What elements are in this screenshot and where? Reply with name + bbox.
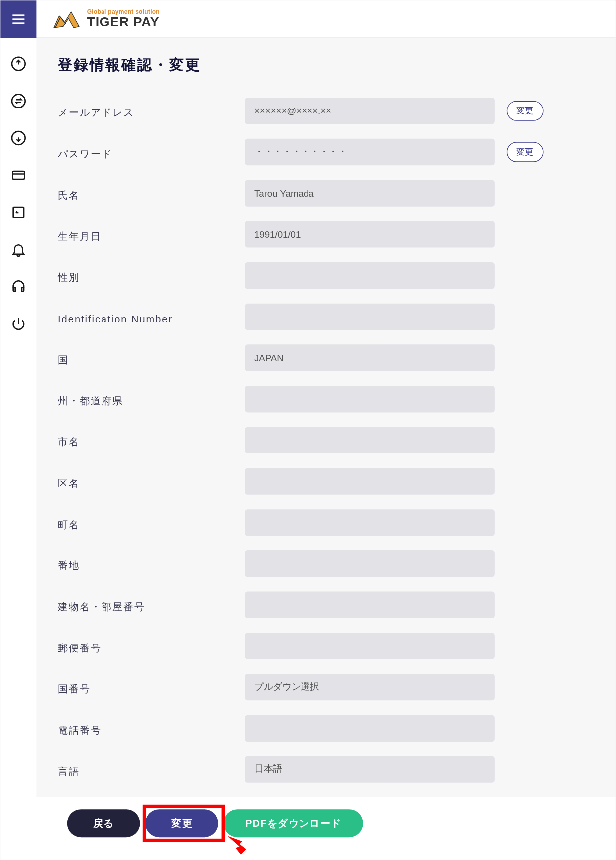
value-name: Tarou Yamada bbox=[245, 180, 495, 207]
download-pdf-button[interactable]: PDFをダウンロード bbox=[224, 809, 363, 837]
label-country: 国 bbox=[58, 349, 245, 366]
value-ward[interactable] bbox=[245, 468, 495, 494]
value-dob: 1991/01/01 bbox=[245, 221, 495, 247]
card-icon[interactable] bbox=[10, 167, 27, 184]
label-idnum: Identification Number bbox=[58, 309, 245, 324]
field-building: 建物名・部屋番号 bbox=[58, 592, 594, 618]
value-town[interactable] bbox=[245, 509, 495, 536]
tiger-logo-icon bbox=[51, 7, 83, 30]
exchange-icon[interactable] bbox=[10, 92, 27, 109]
label-city: 市名 bbox=[58, 432, 245, 448]
label-street: 番地 bbox=[58, 555, 245, 572]
label-dob: 生年月日 bbox=[58, 226, 245, 242]
field-dialcode: 国番号 プルダウン選択 bbox=[58, 674, 594, 700]
value-password: ・・・・・・・・・・ bbox=[245, 139, 495, 165]
field-language: 言語 日本語 bbox=[58, 756, 594, 782]
brand-name: TIGER PAY bbox=[87, 15, 160, 29]
deposit-icon[interactable] bbox=[10, 55, 27, 73]
label-dialcode: 国番号 bbox=[58, 679, 245, 695]
field-state: 州・都道府県 bbox=[58, 386, 594, 412]
content-area: 登録情報確認・変更 メールアドレス ××××××@××××.×× 変更 パスワー… bbox=[36, 38, 615, 797]
page-title: 登録情報確認・変更 bbox=[58, 55, 594, 75]
svg-point-1 bbox=[12, 94, 25, 108]
field-password: パスワード ・・・・・・・・・・ 変更 bbox=[58, 139, 594, 165]
field-country: 国 JAPAN bbox=[58, 344, 594, 371]
field-street: 番地 bbox=[58, 550, 594, 577]
change-password-button[interactable]: 変更 bbox=[507, 142, 544, 162]
withdraw-icon[interactable] bbox=[10, 129, 27, 147]
notification-icon[interactable] bbox=[10, 241, 27, 258]
sidebar-nav bbox=[0, 38, 36, 797]
change-email-button[interactable]: 変更 bbox=[507, 101, 544, 121]
value-postal[interactable] bbox=[245, 633, 495, 659]
field-city: 市名 bbox=[58, 427, 594, 453]
field-postal: 郵便番号 bbox=[58, 633, 594, 659]
field-gender: 性別 bbox=[58, 262, 594, 289]
submit-change-button[interactable]: 変更 bbox=[145, 809, 218, 837]
field-dob: 生年月日 1991/01/01 bbox=[58, 221, 594, 247]
label-postal: 郵便番号 bbox=[58, 638, 245, 654]
value-country[interactable]: JAPAN bbox=[245, 344, 495, 371]
annotation-arrow-icon bbox=[226, 835, 249, 857]
value-gender[interactable] bbox=[245, 262, 495, 289]
value-language[interactable]: 日本語 bbox=[245, 756, 495, 782]
footer-actions: 戻る 変更 PDFをダウンロード bbox=[0, 797, 615, 860]
value-city[interactable] bbox=[245, 427, 495, 453]
support-icon[interactable] bbox=[10, 278, 27, 296]
label-email: メールアドレス bbox=[58, 103, 245, 119]
hamburger-icon bbox=[12, 18, 24, 20]
value-state[interactable] bbox=[245, 386, 495, 412]
brand-logo[interactable]: Global payment solution TIGER PAY bbox=[51, 7, 160, 30]
label-name: 氏名 bbox=[58, 185, 245, 202]
label-gender: 性別 bbox=[58, 267, 245, 284]
label-password: パスワード bbox=[58, 144, 245, 160]
value-building[interactable] bbox=[245, 592, 495, 618]
value-idnum[interactable] bbox=[245, 304, 495, 330]
label-ward: 区名 bbox=[58, 473, 245, 489]
field-email: メールアドレス ××××××@××××.×× 変更 bbox=[58, 98, 594, 124]
label-phone: 電話番号 bbox=[58, 720, 245, 737]
top-bar: Global payment solution TIGER PAY bbox=[0, 0, 615, 38]
back-button[interactable]: 戻る bbox=[67, 809, 140, 837]
label-building: 建物名・部屋番号 bbox=[58, 597, 245, 613]
brand-text: Global payment solution TIGER PAY bbox=[87, 9, 160, 29]
value-phone[interactable] bbox=[245, 715, 495, 742]
statement-icon[interactable] bbox=[10, 204, 27, 221]
field-idnum: Identification Number bbox=[58, 304, 594, 330]
label-state: 州・都道府県 bbox=[58, 391, 245, 407]
menu-button[interactable] bbox=[0, 0, 36, 38]
label-language: 言語 bbox=[58, 761, 245, 777]
field-name: 氏名 Tarou Yamada bbox=[58, 180, 594, 207]
field-phone: 電話番号 bbox=[58, 715, 594, 742]
value-street[interactable] bbox=[245, 550, 495, 577]
value-dialcode[interactable]: プルダウン選択 bbox=[245, 674, 495, 700]
svg-rect-3 bbox=[12, 171, 24, 179]
field-town: 町名 bbox=[58, 509, 594, 536]
label-town: 町名 bbox=[58, 514, 245, 531]
value-email: ××××××@××××.×× bbox=[245, 98, 495, 124]
power-icon[interactable] bbox=[10, 316, 27, 333]
field-ward: 区名 bbox=[58, 468, 594, 494]
